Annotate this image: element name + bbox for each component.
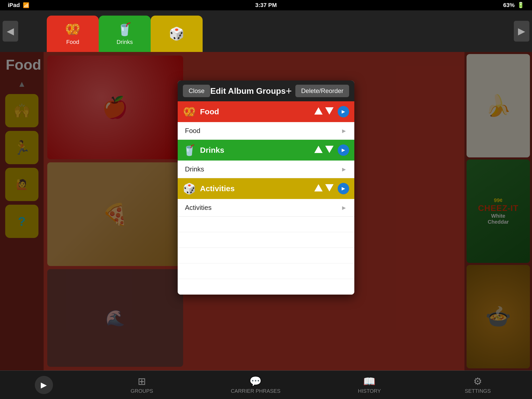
modal-close-button[interactable]: Close <box>183 85 210 97</box>
bottom-tab-settings[interactable]: ⚙ SETTINGS <box>458 376 497 394</box>
activities-group-arrows <box>314 184 334 193</box>
activities-sub-item[interactable]: Activities ► <box>178 199 354 217</box>
food-tab-icon: 🥨 <box>65 22 81 37</box>
food-tab-label: Food <box>66 39 79 45</box>
food-up-arrow[interactable] <box>314 107 323 116</box>
drinks-sub-chevron: ► <box>341 166 347 173</box>
activities-chevron-circle[interactable]: ► <box>338 183 349 194</box>
activities-up-arrow[interactable] <box>314 184 323 193</box>
battery-icon: 🔋 <box>517 2 524 9</box>
main-content: Food ▲ 🙌 🏃 🙋 ? 🍎 🍕 🌊 <box>0 52 532 370</box>
settings-label: SETTINGS <box>465 388 491 394</box>
food-sub-chevron: ► <box>341 127 347 135</box>
album-group-activities: 🎲 Activities ► <box>178 178 354 199</box>
tab-food[interactable]: 🥨 Food <box>47 16 99 52</box>
empty-row-1 <box>178 217 354 232</box>
modal-header: Close Edit Album Groups + Delete/Reorder <box>178 81 354 101</box>
activities-down-arrow[interactable] <box>325 184 334 193</box>
drinks-group-icon: 🥤 <box>183 144 196 156</box>
groups-icon: ⊞ <box>138 376 146 387</box>
drinks-up-arrow[interactable] <box>314 146 323 155</box>
tab-drinks[interactable]: 🥤 Drinks <box>99 16 151 52</box>
drinks-chevron-circle[interactable]: ► <box>338 144 349 156</box>
bottom-tab-history[interactable]: 📖 HISTORY <box>350 376 389 394</box>
empty-row-2 <box>178 232 354 248</box>
tab-activities[interactable]: 🎲 <box>151 16 203 52</box>
bottom-tab-carrier-phrases[interactable]: 💬 CARRIER PHRASES <box>231 376 280 394</box>
food-sub-label: Food <box>185 127 341 135</box>
status-right: 63% 🔋 <box>503 2 524 9</box>
drinks-tab-label: Drinks <box>117 39 133 45</box>
bottom-tab-groups[interactable]: ⊞ GROUPS <box>122 376 161 394</box>
empty-row-4 <box>178 263 354 279</box>
drinks-sub-item[interactable]: Drinks ► <box>178 161 354 178</box>
drinks-group-name: Drinks <box>200 146 310 155</box>
app-container: ◀ 🥨 Food 🥤 Drinks 🎲 ▶ Food ▲ 🙌 🏃 🙋 ? <box>0 10 532 399</box>
tab-bar-bottom: ▶ ⊞ GROUPS 💬 CARRIER PHRASES 📖 HISTORY ⚙… <box>0 370 532 399</box>
play-button[interactable]: ▶ <box>35 376 53 394</box>
activities-group-icon: 🎲 <box>183 183 196 195</box>
modal-add-button[interactable]: + <box>286 85 292 97</box>
food-group-icon: 🥨 <box>183 106 196 118</box>
food-chevron-circle[interactable]: ► <box>338 106 349 117</box>
history-icon: 📖 <box>363 376 375 387</box>
groups-label: GROUPS <box>131 388 153 394</box>
empty-row-5 <box>178 279 354 295</box>
modal-overlay: Close Edit Album Groups + Delete/Reorder… <box>0 52 532 370</box>
device-label: iPad <box>8 2 20 9</box>
food-group-arrows <box>314 107 334 116</box>
modal-header-right: + Delete/Reorder <box>286 85 349 97</box>
settings-icon: ⚙ <box>473 376 482 387</box>
empty-row-3 <box>178 248 354 263</box>
food-sub-item[interactable]: Food ► <box>178 122 354 140</box>
album-group-food: 🥨 Food ► <box>178 101 354 122</box>
drinks-group-arrows <box>314 146 334 155</box>
tab-bar-top: ◀ 🥨 Food 🥤 Drinks 🎲 ▶ <box>0 10 532 52</box>
drinks-tab-icon: 🥤 <box>117 22 132 37</box>
history-label: HISTORY <box>358 388 381 394</box>
battery-label: 63% <box>503 2 515 9</box>
activities-sub-chevron: ► <box>341 204 347 211</box>
scroll-right-arrow[interactable]: ▶ <box>514 21 529 42</box>
status-bar: iPad 📶 3:37 PM 63% 🔋 <box>0 0 532 10</box>
drinks-down-arrow[interactable] <box>325 146 334 155</box>
status-left: iPad 📶 <box>8 2 29 9</box>
carrier-phrases-label: CARRIER PHRASES <box>231 388 280 394</box>
food-group-name: Food <box>200 107 310 116</box>
scroll-left-arrow[interactable]: ◀ <box>3 21 18 42</box>
food-down-arrow[interactable] <box>325 107 334 116</box>
activities-group-name: Activities <box>200 184 310 193</box>
carrier-phrases-icon: 💬 <box>249 376 262 387</box>
activities-sub-label: Activities <box>185 204 341 212</box>
activities-tab-icon: 🎲 <box>169 26 184 41</box>
drinks-sub-label: Drinks <box>185 165 341 173</box>
modal-delete-reorder-button[interactable]: Delete/Reorder <box>295 85 349 97</box>
album-group-drinks: 🥤 Drinks ► <box>178 140 354 161</box>
status-time: 3:37 PM <box>255 2 277 9</box>
edit-album-groups-modal: Close Edit Album Groups + Delete/Reorder… <box>178 81 354 295</box>
modal-title: Edit Album Groups <box>210 86 285 96</box>
wifi-icon: 📶 <box>23 2 29 8</box>
